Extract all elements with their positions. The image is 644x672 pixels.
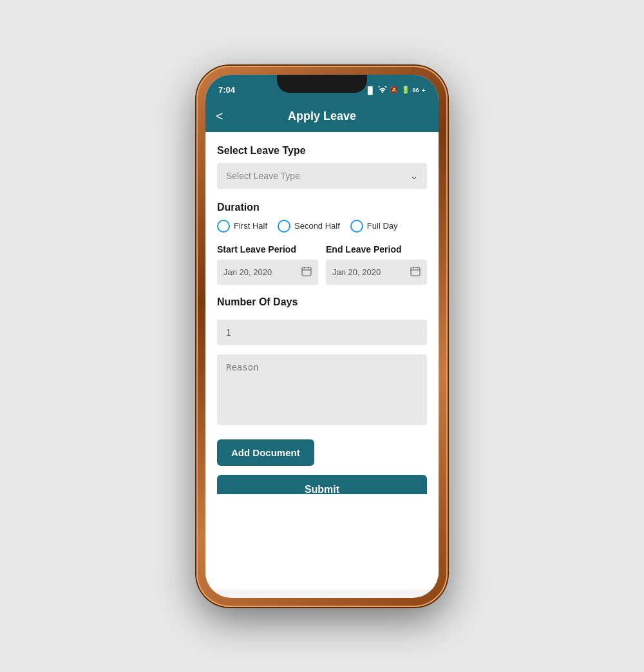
submit-button[interactable]: Submit bbox=[217, 475, 427, 494]
app-header: < Apply Leave bbox=[205, 103, 439, 132]
start-date-value: Jan 20, 2020 bbox=[223, 267, 272, 277]
leave-type-dropdown[interactable]: Select Leave Type ⌄ bbox=[217, 163, 427, 189]
radio-circle-first-half bbox=[217, 220, 230, 233]
add-document-button[interactable]: Add Document bbox=[217, 439, 314, 466]
end-period-label: End Leave Period bbox=[326, 244, 427, 254]
radio-circle-full-day bbox=[350, 220, 363, 233]
notch bbox=[277, 75, 367, 93]
radio-label-full-day: Full Day bbox=[367, 221, 398, 231]
radio-label-second-half: Second Half bbox=[294, 221, 340, 231]
radio-circle-second-half bbox=[278, 220, 290, 233]
radio-second-half[interactable]: Second Half bbox=[278, 220, 340, 233]
end-period-group: End Leave Period Jan 20, 2020 bbox=[326, 244, 427, 285]
duration-label: Duration bbox=[217, 202, 427, 213]
mute-icon: 🔕 bbox=[390, 86, 399, 94]
leave-type-section: Select Leave Type Select Leave Type ⌄ bbox=[217, 145, 427, 189]
phone-screen: 7:04 ▐▌ 🔕 🔋 66 + < Apply Leave bbox=[205, 75, 439, 598]
end-date-input[interactable]: Jan 20, 2020 bbox=[326, 260, 427, 285]
network-icon: 66 bbox=[413, 87, 419, 93]
days-input[interactable] bbox=[217, 320, 427, 345]
end-date-value: Jan 20, 2020 bbox=[332, 267, 381, 277]
battery-icon: 🔋 bbox=[401, 86, 410, 94]
radio-full-day[interactable]: Full Day bbox=[350, 220, 398, 233]
duration-radio-group: First Half Second Half Full Day bbox=[217, 220, 427, 233]
status-time: 7:04 bbox=[218, 85, 235, 95]
phone-device: 7:04 ▐▌ 🔕 🔋 66 + < Apply Leave bbox=[196, 66, 448, 607]
start-date-input[interactable]: Jan 20, 2020 bbox=[217, 260, 318, 285]
form-content: Select Leave Type Select Leave Type ⌄ Du… bbox=[205, 132, 439, 590]
date-period-section: Start Leave Period Jan 20, 2020 bbox=[217, 244, 427, 285]
signal-icon: ▐▌ bbox=[365, 86, 375, 94]
duration-section: Duration First Half Second Half Full Day bbox=[217, 202, 427, 233]
charging-icon: + bbox=[422, 86, 426, 94]
days-section: Number Of Days bbox=[217, 296, 427, 345]
submit-section: Submit bbox=[217, 475, 427, 494]
back-button[interactable]: < bbox=[216, 109, 223, 124]
days-label: Number Of Days bbox=[217, 296, 427, 308]
wifi-icon bbox=[378, 86, 387, 94]
svg-rect-0 bbox=[302, 267, 311, 276]
svg-rect-4 bbox=[411, 267, 420, 276]
chevron-down-icon: ⌄ bbox=[410, 171, 418, 181]
start-period-label: Start Leave Period bbox=[217, 244, 318, 254]
leave-type-placeholder: Select Leave Type bbox=[226, 171, 300, 181]
status-icons: ▐▌ 🔕 🔋 66 + bbox=[365, 86, 426, 94]
page-title: Apply Leave bbox=[288, 110, 356, 123]
calendar-icon-start bbox=[301, 266, 312, 278]
radio-first-half[interactable]: First Half bbox=[217, 220, 267, 233]
radio-label-first-half: First Half bbox=[234, 221, 267, 231]
leave-type-label: Select Leave Type bbox=[217, 145, 427, 157]
calendar-icon-end bbox=[410, 266, 421, 278]
reason-textarea[interactable] bbox=[217, 354, 427, 425]
start-period-group: Start Leave Period Jan 20, 2020 bbox=[217, 244, 318, 285]
